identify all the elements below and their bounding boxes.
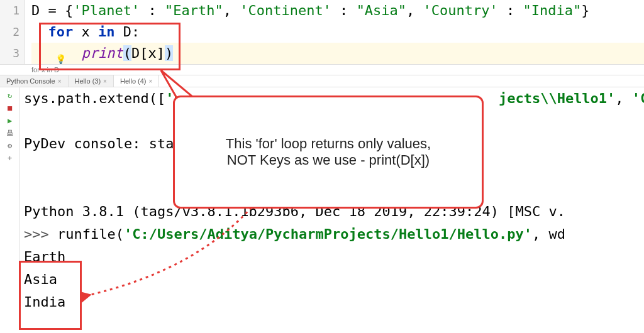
tab-python-console[interactable]: Python Console × [0,75,69,87]
intention-bulb-icon[interactable]: 💡 [55,54,66,64]
add-icon[interactable]: + [8,154,12,163]
close-icon[interactable]: × [103,78,107,85]
line-number: 2 [0,21,19,43]
console-tabs: Python Console × Hello (3) × Hello (4) × [0,75,644,87]
code-line-2[interactable]: for x in D: [31,21,644,43]
output-line: Asia [24,268,644,291]
console-blank [24,155,644,178]
console-line: >>> runfile('C:/Users/Aditya/PycharmProj… [24,223,644,246]
close-icon[interactable]: × [58,78,62,85]
console-line: sys.path.extend(['C:jects\\Hello1', 'C [24,87,644,110]
code-editor[interactable]: 1 2 3 D = {'Planet' : "Earth", 'Continen… [0,0,644,64]
stop-icon[interactable]: ■ [8,104,12,112]
console-output[interactable]: sys.path.extend(['C:jects\\Hello1', 'C P… [20,87,644,326]
console-toolbar: ↻ ■ ▶ 🖶 ⚙ + [0,87,20,326]
console-blank [24,110,644,133]
breadcrumb[interactable]: for x in D [0,64,644,75]
line-number: 1 [0,0,19,21]
code-content[interactable]: D = {'Planet' : "Earth", 'Continent' : "… [25,0,644,64]
console-blank [24,178,644,200]
print-icon[interactable]: 🖶 [6,129,14,138]
close-icon[interactable]: × [149,78,153,85]
settings-icon[interactable]: ⚙ [8,141,12,150]
code-line-1[interactable]: D = {'Planet' : "Earth", 'Continent' : "… [31,0,644,21]
run-icon[interactable]: ▶ [8,116,12,125]
console-line: Python 3.8.1 (tags/v3.8.1.1b293b6, Dec 1… [24,200,644,223]
tab-hello-4[interactable]: Hello (4) × [114,75,159,87]
console-line: PyDev console: start [24,133,644,155]
output-line: India [24,291,644,314]
output-line: Earth [24,246,644,268]
console-panel: ↻ ■ ▶ 🖶 ⚙ + sys.path.extend(['C:jects\\H… [0,87,644,326]
rerun-icon[interactable]: ↻ [8,91,12,100]
line-number: 3 [0,43,19,64]
line-number-gutter: 1 2 3 [0,0,25,64]
tab-hello-3[interactable]: Hello (3) × [69,75,114,87]
code-line-3[interactable]: print(D[x]) [31,43,644,64]
